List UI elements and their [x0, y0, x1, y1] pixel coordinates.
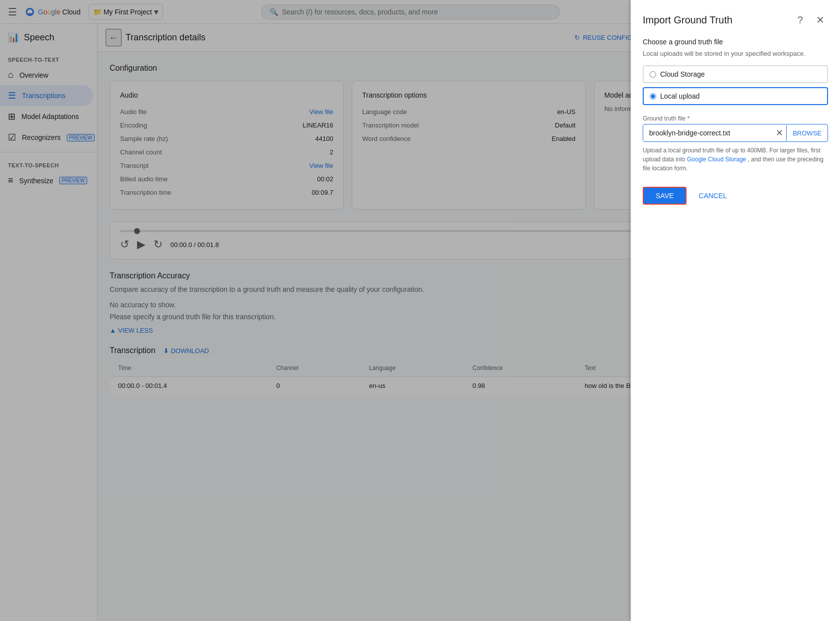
cloud-storage-label: Cloud Storage [660, 70, 705, 78]
modal-actions: SAVE CANCEL [643, 187, 828, 205]
gcs-link[interactable]: Google Cloud Storage [687, 156, 746, 163]
modal-overlay: Import Ground Truth ? ✕ Choose a ground … [0, 0, 840, 621]
browse-button[interactable]: BROWSE [786, 125, 828, 141]
modal-header: Import Ground Truth ? ✕ [643, 12, 828, 28]
clear-file-button[interactable]: ✕ [773, 124, 786, 141]
modal-title: Import Ground Truth [643, 14, 732, 26]
radio-group: Cloud Storage Local upload [643, 65, 828, 105]
file-field-label: Ground truth file * [643, 115, 828, 122]
local-upload-label: Local upload [660, 92, 700, 100]
import-ground-truth-panel: Import Ground Truth ? ✕ Choose a ground … [631, 0, 840, 621]
file-input-field[interactable] [643, 125, 773, 141]
modal-help-button[interactable]: ? [792, 12, 808, 28]
file-hint: Upload a local ground truth file of up t… [643, 146, 828, 173]
option-local-upload[interactable]: Local upload [643, 87, 828, 105]
save-button[interactable]: SAVE [643, 187, 687, 205]
option-cloud-storage[interactable]: Cloud Storage [643, 65, 828, 83]
radio-local-upload[interactable] [650, 93, 656, 100]
modal-header-icons: ? ✕ [792, 12, 828, 28]
cancel-button[interactable]: CANCEL [693, 188, 733, 204]
modal-section-title: Choose a ground truth file [643, 38, 828, 46]
modal-local-uploads-note: Local uploads will be stored in your spe… [643, 50, 828, 57]
radio-cloud-storage[interactable] [650, 71, 656, 78]
file-input-row: ✕ BROWSE [643, 124, 828, 142]
modal-close-button[interactable]: ✕ [812, 12, 828, 28]
